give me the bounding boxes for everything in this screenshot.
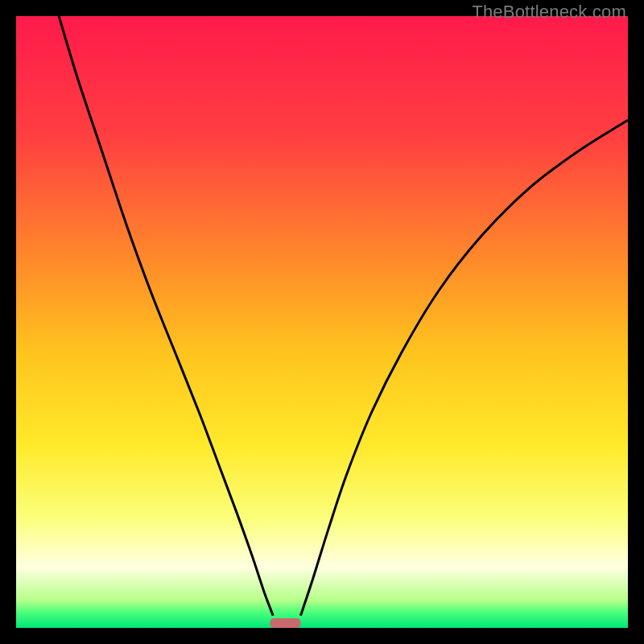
watermark-text: TheBottleneck.com [472, 2, 626, 23]
plot-background [16, 16, 628, 628]
chart-svg [16, 16, 628, 628]
chart-frame [16, 16, 628, 628]
optimal-range-marker [270, 618, 300, 628]
